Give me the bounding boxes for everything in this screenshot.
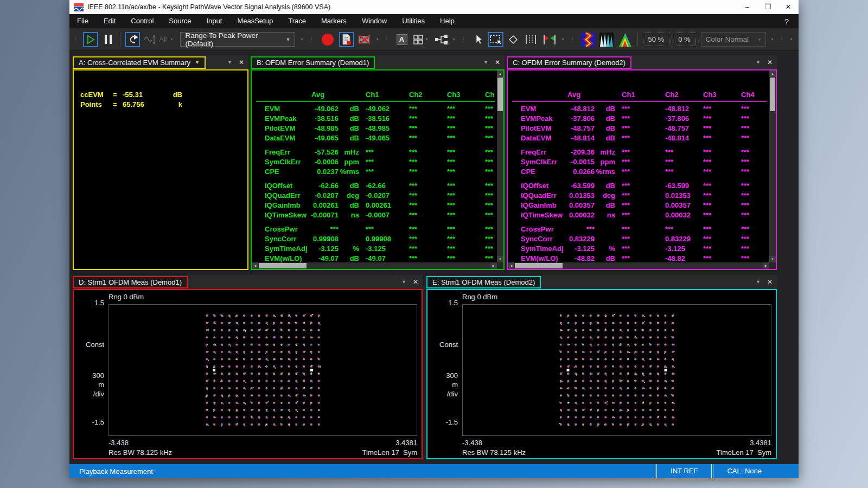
table-cell: *** — [485, 191, 493, 201]
table-cell: -0.0015 — [536, 157, 595, 167]
coupled-markers-button[interactable] — [540, 32, 559, 47]
pane-menu-icon[interactable]: ▼ — [483, 60, 488, 65]
color-dropdown-value: Color Normal — [706, 35, 749, 43]
pane-d-header[interactable]: D: Strm1 OFDM Meas (Demod1) ▼ ✕ — [73, 275, 423, 289]
horizontal-scrollbar[interactable]: ◀ ▶ — [508, 262, 769, 269]
pane-c-title-box[interactable]: C: OFDM Error Summary (Demod2) — [507, 56, 631, 69]
scroll-up-icon[interactable]: ▲ — [497, 70, 503, 77]
zoom-y-box[interactable]: 0 % — [673, 33, 695, 46]
pane-close-icon[interactable]: ✕ — [767, 59, 773, 66]
constellation-plot[interactable] — [108, 304, 417, 436]
constellation-plot[interactable] — [462, 304, 771, 436]
discard-recording-button[interactable] — [356, 32, 373, 47]
menu-item-utilities[interactable]: Utilities — [394, 14, 432, 28]
pane-close-icon[interactable]: ✕ — [767, 278, 773, 286]
restart-button[interactable] — [125, 32, 140, 47]
pane-b-header[interactable]: B: OFDM Error Summary (Demod1) ▼ ✕ — [251, 55, 505, 69]
autoscale-button[interactable]: All ▾ — [143, 34, 175, 45]
menu-item-edit[interactable]: Edit — [96, 14, 123, 28]
table-row: CPE0.0237%rms************ — [252, 167, 497, 177]
int-ref-label[interactable]: INT REF — [658, 464, 711, 478]
pane-e-header[interactable]: E: Strm1 OFDM Meas (Demod2) ▼ ✕ — [426, 275, 777, 289]
range-dropdown[interactable]: Range To Peak Power (Default) ▼ — [180, 32, 295, 47]
overflow-caret-icon[interactable]: ▾ — [301, 37, 303, 42]
menu-item-file[interactable]: File — [69, 14, 96, 28]
pane-b-title-box[interactable]: B: OFDM Error Summary (Demod1) — [251, 56, 375, 69]
table-row: IQTimeSkew-0.00071ns-0.0007********* — [252, 210, 497, 220]
menu-item-control[interactable]: Control — [123, 14, 161, 28]
pane-close-icon[interactable]: ✕ — [239, 59, 244, 66]
menu-item-help[interactable]: Help — [432, 14, 462, 28]
coupling-button[interactable] — [433, 32, 450, 47]
recording-file-button[interactable] — [339, 32, 354, 47]
scroll-thumb[interactable] — [497, 78, 503, 111]
overflow-caret-icon[interactable]: ▾ — [562, 37, 564, 42]
menu-item-source[interactable]: Source — [161, 14, 199, 28]
overflow-caret-icon[interactable]: ▾ — [790, 37, 793, 42]
zoom-x-box[interactable]: 50 % — [643, 33, 670, 46]
layout-grid-button[interactable]: ▾ — [412, 32, 431, 47]
pane-d-title-box[interactable]: D: Strm1 OFDM Meas (Demod1) — [73, 276, 188, 288]
pane-menu-icon[interactable]: ▼ — [756, 60, 761, 65]
scroll-left-icon[interactable]: ◀ — [252, 262, 258, 269]
menu-item-input[interactable]: Input — [199, 14, 229, 28]
record-button[interactable] — [322, 34, 334, 46]
scroll-thumb[interactable] — [259, 263, 307, 268]
vertical-scrollbar[interactable]: ▲ ▼ — [497, 70, 503, 262]
pane-e-title-box[interactable]: E: Strm1 OFDM Meas (Demod2) — [426, 276, 541, 288]
pane-close-icon[interactable]: ✕ — [495, 59, 500, 66]
menu-item-trace[interactable]: Trace — [280, 14, 314, 28]
help-icon[interactable]: ? — [784, 17, 789, 26]
zoom-select-button[interactable] — [488, 32, 503, 47]
pane-a-title-box[interactable]: A: Cross-Correlated EVM Summary ▼ — [73, 56, 206, 69]
scroll-thumb[interactable] — [515, 263, 563, 268]
pane-menu-icon[interactable]: ▼ — [227, 60, 232, 65]
scroll-down-icon[interactable]: ▼ — [497, 256, 503, 262]
scroll-up-icon[interactable]: ▲ — [769, 70, 776, 77]
table-cell: ppm — [595, 157, 615, 167]
play-button[interactable] — [83, 32, 98, 47]
histogram-button[interactable] — [617, 32, 633, 47]
maximize-button[interactable]: ❐ — [757, 0, 778, 14]
cal-status-label[interactable]: CAL: None — [714, 464, 775, 478]
vertical-scrollbar[interactable]: ▲ ▼ — [769, 70, 776, 262]
menu-item-meassetup[interactable]: MeasSetup — [229, 14, 280, 28]
scroll-down-icon[interactable]: ▼ — [769, 256, 776, 262]
overflow-caret-icon[interactable]: ▾ — [453, 37, 455, 42]
offset-marker-button[interactable] — [506, 32, 521, 47]
pane-close-icon[interactable]: ✕ — [413, 278, 418, 286]
density-button[interactable] — [598, 32, 615, 47]
menu-item-markers[interactable]: Markers — [314, 14, 354, 28]
pane-a-header[interactable]: A: Cross-Correlated EVM Summary ▼ ▼ ✕ — [73, 55, 248, 69]
table-cell: *** — [366, 147, 374, 157]
scroll-right-icon[interactable]: ▶ — [763, 262, 769, 269]
pane-cc-evm-summary: A: Cross-Correlated EVM Summary ▼ ▼ ✕ cc… — [73, 55, 248, 270]
horizontal-scrollbar[interactable]: ◀ ▶ — [252, 262, 497, 269]
pane-c-header[interactable]: C: OFDM Error Summary (Demod2) ▼ ✕ — [507, 55, 777, 69]
table-cell: *** — [741, 181, 749, 191]
minimize-button[interactable]: – — [737, 0, 757, 14]
autoscale-caret-icon[interactable]: ▾ — [170, 37, 173, 42]
pane-d-title: D: Strm1 OFDM Meas (Demod1) — [79, 278, 182, 286]
pause-button[interactable] — [100, 32, 116, 47]
scroll-left-icon[interactable]: ◀ — [508, 262, 514, 269]
band-marker-button[interactable] — [523, 32, 538, 47]
pilot-point — [567, 369, 570, 371]
annotation-button[interactable]: A — [394, 32, 410, 47]
scroll-thumb[interactable] — [770, 78, 775, 111]
close-button[interactable]: ✕ — [778, 0, 799, 14]
spectrogram-button[interactable] — [580, 32, 596, 47]
table-cell: *** — [703, 224, 711, 234]
overflow-caret-icon[interactable]: ▾ — [376, 37, 378, 42]
color-dropdown[interactable]: Color Normal ▾ — [701, 32, 766, 47]
pane-menu-icon[interactable]: ▼ — [756, 279, 761, 285]
layout-caret-icon[interactable]: ▾ — [426, 37, 428, 42]
table-cell: *** — [741, 104, 749, 114]
overflow-caret-icon[interactable]: ▾ — [771, 37, 774, 42]
menu-item-window[interactable]: Window — [354, 14, 394, 28]
pane-menu-icon[interactable]: ▼ — [401, 279, 406, 285]
pointer-tool-button[interactable] — [471, 32, 486, 47]
table-cell: % — [339, 244, 359, 254]
pane-b-body: AvgCh1Ch2Ch3ChEVM-49.062dB-49.062*******… — [251, 69, 505, 270]
scroll-right-icon[interactable]: ▶ — [490, 262, 497, 269]
